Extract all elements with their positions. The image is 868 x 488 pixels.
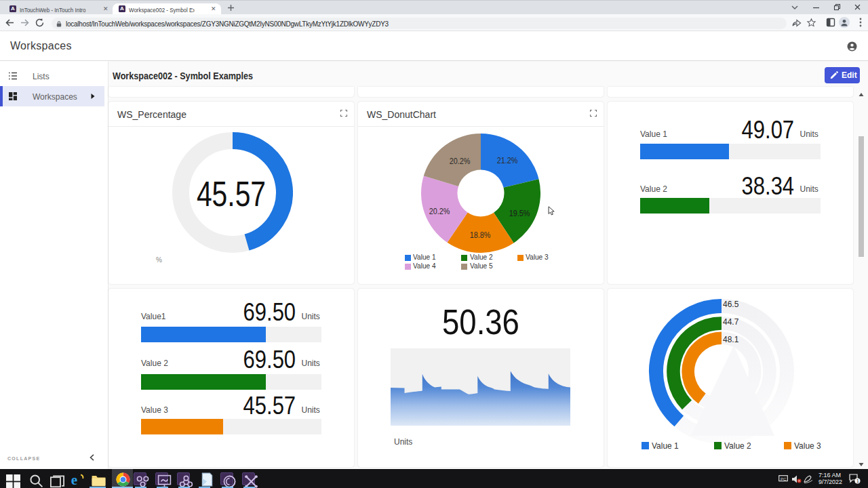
svg-text:e: e [71, 472, 77, 487]
svg-text:1: 1 [856, 478, 859, 484]
svg-text:PC: PC [781, 476, 787, 481]
